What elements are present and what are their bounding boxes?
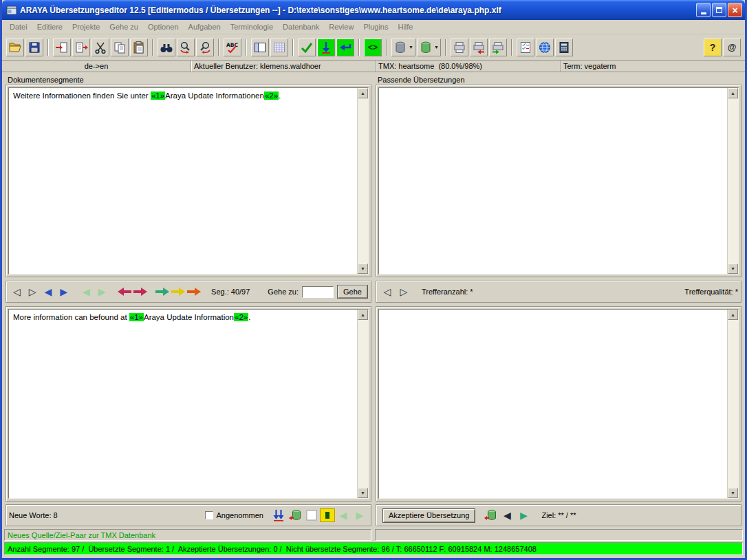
scroll-down-button[interactable]: ▼ — [728, 263, 738, 274]
scroll-down-button[interactable]: ▼ — [728, 488, 738, 498]
move-down-button[interactable] — [317, 39, 335, 56]
next-match-button[interactable]: ▷ — [396, 283, 412, 300]
tmx-database-button[interactable]: ▼ — [391, 39, 415, 56]
save-button[interactable] — [25, 39, 43, 56]
copy-button[interactable] — [111, 39, 129, 56]
arrow-left-outline-button[interactable]: ◁ — [9, 283, 25, 300]
menu-projekte[interactable]: Projekte — [67, 21, 105, 32]
split-view-button[interactable] — [251, 39, 269, 56]
export-icon — [74, 41, 88, 54]
down-arrow-icon — [319, 41, 333, 54]
target-text-before: More information can befound at — [13, 313, 129, 321]
import-button[interactable] — [53, 39, 71, 56]
goto-button[interactable]: Gehe — [337, 285, 368, 299]
goto-input[interactable] — [302, 286, 334, 298]
menu-datenbank[interactable]: Datenbank — [278, 21, 324, 32]
source-segment-area[interactable]: Weitere Informationen finden Sie unter «… — [8, 87, 369, 274]
tags-button[interactable]: <> — [364, 39, 382, 56]
find-button[interactable] — [158, 39, 175, 56]
scroll-up-button[interactable]: ▲ — [728, 88, 738, 98]
print-button[interactable] — [451, 39, 468, 56]
arrow-right-red-button[interactable] — [132, 283, 148, 300]
print-import-button[interactable] — [470, 39, 488, 56]
arrow-right-yellow-button[interactable] — [171, 283, 186, 300]
marker-button[interactable] — [320, 508, 335, 522]
scroll-down-button[interactable]: ▼ — [358, 263, 368, 274]
arrow-right-teal-button[interactable] — [155, 283, 171, 300]
menu-optionen[interactable]: Optionen — [143, 21, 184, 32]
cut-button[interactable] — [91, 39, 109, 56]
vertical-scrollbar[interactable]: ▲ ▼ — [727, 310, 738, 498]
language-pair-label: de->en — [2, 61, 191, 72]
remove-from-tmx-button[interactable] — [287, 507, 303, 524]
at-button[interactable]: @ — [723, 39, 741, 56]
accepted-checkbox[interactable] — [205, 511, 213, 519]
at-icon: @ — [728, 42, 737, 52]
arrow-right-orange-button[interactable] — [186, 283, 202, 300]
prev-match-button[interactable]: ◁ — [379, 283, 396, 300]
prev-word-button[interactable]: ◀ — [335, 507, 351, 524]
menu-plugins[interactable]: Plugins — [358, 21, 393, 32]
next-word-button[interactable]: ▶ — [351, 507, 368, 524]
clear-button[interactable] — [303, 507, 320, 524]
arrow-right-green-button[interactable]: ▶ — [94, 283, 110, 300]
match-list-area[interactable]: ▲ ▼ — [378, 87, 739, 274]
source-groupbox: Weitere Informationen finden Sie unter «… — [6, 85, 371, 277]
info-bar: de->en Aktueller Benutzer: klemens.waldh… — [2, 60, 745, 72]
scroll-down-button[interactable]: ▼ — [358, 488, 368, 498]
grid-view-button[interactable] — [270, 39, 288, 56]
search-forward-icon — [179, 41, 193, 54]
return-segment-button[interactable] — [336, 39, 354, 56]
arrow-left-green-button[interactable]: ◀ — [78, 283, 94, 300]
arrow-left-blue-button[interactable]: ◀ — [40, 283, 56, 300]
store-to-tmx-button[interactable] — [482, 507, 499, 524]
calculator-button[interactable] — [555, 39, 573, 56]
target-segment-area[interactable]: More information can befound at «1»Araya… — [8, 309, 369, 499]
confirm-segment-button[interactable] — [298, 39, 316, 56]
validate-button[interactable] — [517, 39, 534, 56]
term-database-button[interactable]: ▼ — [417, 39, 441, 56]
prev-target-button[interactable]: ◀ — [499, 507, 515, 524]
accept-translation-button[interactable]: Akzeptiere Übersetzung — [382, 508, 475, 523]
help-button[interactable]: ? — [704, 39, 722, 56]
print-export-button[interactable] — [489, 39, 507, 56]
scroll-up-button[interactable]: ▲ — [728, 310, 738, 320]
next-target-button[interactable]: ▶ — [515, 507, 532, 524]
matching-translations-panel: Passende Übersetzungen ▲ ▼ ◁ ▷ Trefferan… — [376, 75, 741, 528]
scroll-up-button[interactable]: ▲ — [358, 88, 368, 98]
vertical-scrollbar[interactable]: ▲ ▼ — [357, 310, 368, 498]
find-replace-button[interactable] — [196, 39, 214, 56]
source-text-after: . — [279, 91, 281, 100]
arrow-right-outline-button[interactable]: ▷ — [25, 283, 41, 300]
insert-into-tmx-button[interactable] — [270, 507, 287, 524]
find-next-button[interactable] — [177, 39, 195, 56]
dropdown-arrow-icon: ▼ — [409, 45, 413, 50]
scroll-track[interactable] — [358, 98, 368, 263]
paste-button[interactable] — [130, 39, 148, 56]
vertical-scrollbar[interactable]: ▲ ▼ — [357, 88, 368, 274]
arrow-left-red-button[interactable] — [116, 283, 132, 300]
menu-gehe-zu[interactable]: Gehe zu — [105, 21, 143, 32]
vertical-scrollbar[interactable]: ▲ ▼ — [727, 88, 738, 274]
scroll-track[interactable] — [728, 320, 738, 488]
menu-review[interactable]: Review — [324, 21, 358, 32]
menu-hilfe[interactable]: Hilfe — [393, 21, 418, 32]
spellcheck-button[interactable]: ABC — [224, 39, 241, 56]
minimize-button[interactable] — [696, 3, 711, 17]
menu-terminologie[interactable]: Terminologie — [226, 21, 278, 32]
close-button[interactable]: × — [728, 3, 742, 17]
menu-datei[interactable]: Datei — [5, 21, 32, 32]
open-button[interactable] — [6, 39, 24, 56]
menu-editiere[interactable]: Editiere — [32, 21, 67, 32]
match-preview-area[interactable]: ▲ ▼ — [378, 309, 739, 499]
maximize-button[interactable] — [712, 3, 726, 17]
scroll-up-button[interactable]: ▲ — [358, 310, 368, 320]
export-button[interactable] — [72, 39, 90, 56]
web-button[interactable] — [536, 39, 554, 56]
title-bar[interactable]: ARAYA Übersetzungseditor 12.5 [Editiermo… — [2, 0, 745, 20]
arrow-right-blue-button[interactable]: ▶ — [56, 283, 72, 300]
scroll-track[interactable] — [358, 320, 368, 488]
scroll-track[interactable] — [728, 98, 738, 263]
status-line: Neues Quelle/Ziel-Paar zur TMX Datenbank — [2, 528, 745, 541]
menu-aufgaben[interactable]: Aufgaben — [184, 21, 226, 32]
